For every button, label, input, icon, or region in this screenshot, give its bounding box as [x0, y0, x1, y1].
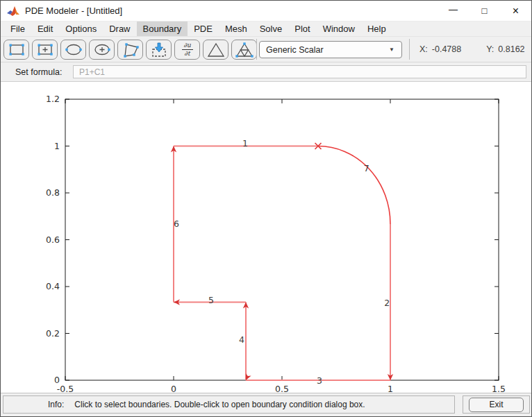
close-button[interactable]: ×	[500, 1, 531, 21]
dropdown-caret-icon: ▼	[389, 46, 394, 53]
edge-label-3: 3	[317, 375, 322, 386]
menu-item-help[interactable]: Help	[361, 22, 392, 36]
mesh-triangle-icon	[206, 41, 226, 59]
axes-box	[65, 99, 499, 380]
initialize-mesh-button[interactable]	[203, 40, 228, 60]
pde-numerator: ∂u	[183, 42, 190, 49]
y-tick-label: 0.6	[46, 235, 60, 245]
menu-item-window[interactable]: Window	[317, 22, 361, 36]
edge-label-4: 4	[239, 334, 244, 345]
y-tick-label: 0.2	[46, 328, 60, 339]
rectangle-center-icon	[35, 41, 56, 59]
window-title: PDE Modeler - [Untitled]	[25, 6, 122, 16]
draw-ellipse-corner-button[interactable]	[60, 40, 86, 60]
x-tick-label: 1.5	[492, 384, 506, 393]
x-tick-label: 0	[171, 384, 176, 393]
menubar: FileEditOptionsDrawBoundaryPDEMeshSolveP…	[1, 22, 531, 37]
draw-rectangle-center-button[interactable]	[32, 40, 58, 60]
cursor-position-readout: X: -0.4788 Y: 0.8162	[410, 37, 530, 62]
application-mode-select[interactable]: Generic Scalar ▼	[259, 41, 402, 58]
cursor-x-value: -0.4788	[432, 44, 461, 54]
info-label: Info:	[48, 400, 64, 409]
edge-label-2: 2	[384, 298, 390, 308]
edge-label-7: 7	[364, 163, 369, 173]
pde-mode-button[interactable]: ∂u ∂t	[174, 40, 200, 60]
menu-item-boundary[interactable]: Boundary	[137, 22, 188, 36]
y-tick-label: 1	[54, 141, 60, 151]
boundary-plot[interactable]: -0.500.511.500.20.40.60.811.21723456	[1, 82, 531, 393]
caption-buttons: — □ ×	[438, 1, 531, 21]
draw-rectangle-corner-button[interactable]	[3, 40, 29, 60]
x-tick-label: 0.5	[275, 384, 289, 393]
maximize-button[interactable]: □	[469, 1, 500, 21]
edge-label-5: 5	[208, 295, 214, 305]
statusbar: Info: Click to select boundaries. Double…	[1, 393, 531, 416]
toolbar-separator	[256, 39, 257, 60]
matlab-logo-icon	[6, 6, 20, 17]
polygon-icon	[120, 41, 141, 59]
exit-group: Exit	[463, 395, 530, 414]
cursor-y-label: Y:	[486, 44, 494, 54]
close-icon: ×	[513, 5, 519, 17]
set-formula-label: Set formula:	[15, 67, 62, 77]
y-tick-label: 0.4	[46, 281, 60, 291]
boundary-mode-button[interactable]	[146, 40, 172, 60]
refine-mesh-icon	[234, 41, 255, 59]
draw-ellipse-center-button[interactable]	[89, 40, 115, 60]
pde-modeler-window: PDE Modeler - [Untitled] — □ × FileEditO…	[0, 0, 532, 417]
ellipse-center-icon	[92, 41, 113, 59]
minimize-icon: —	[449, 4, 458, 15]
menu-item-plot[interactable]: Plot	[288, 22, 316, 36]
boundary-mode-icon	[149, 41, 169, 59]
refine-mesh-button[interactable]	[231, 40, 257, 60]
ellipse-icon	[63, 41, 84, 59]
rectangle-icon	[6, 41, 27, 59]
menu-item-edit[interactable]: Edit	[31, 22, 59, 36]
exit-button[interactable]: Exit	[469, 398, 524, 412]
y-tick-label: 1.2	[46, 94, 60, 104]
menu-item-pde[interactable]: PDE	[188, 22, 219, 36]
edge-label-6: 6	[174, 219, 179, 229]
x-tick-label: 1	[388, 384, 393, 393]
pde-denominator: ∂t	[184, 51, 190, 57]
draw-polygon-button[interactable]	[117, 40, 143, 60]
set-formula-row: Set formula:	[1, 62, 531, 82]
y-tick-label: 0.8	[46, 187, 60, 198]
boundary-edge-7[interactable]	[318, 146, 390, 224]
application-mode-value: Generic Scalar	[266, 45, 324, 55]
menu-item-mesh[interactable]: Mesh	[219, 22, 253, 36]
minimize-button[interactable]: —	[438, 1, 469, 21]
cursor-x-label: X:	[419, 44, 428, 54]
plot-panel: -0.500.511.500.20.40.60.811.21723456	[1, 82, 531, 393]
maximize-icon: □	[482, 6, 488, 16]
toolbar: ∂u ∂t Generic Scalar ▼	[1, 37, 531, 62]
pde-fraction-icon: ∂u ∂t	[182, 42, 193, 57]
menu-item-file[interactable]: File	[4, 22, 31, 36]
set-formula-input[interactable]	[73, 65, 526, 78]
cursor-y-value: 0.8162	[498, 44, 524, 54]
edge-label-1: 1	[242, 138, 248, 148]
menu-item-solve[interactable]: Solve	[253, 22, 289, 36]
info-group: Info: Click to select boundaries. Double…	[3, 395, 455, 414]
titlebar: PDE Modeler - [Untitled] — □ ×	[1, 1, 531, 22]
menu-item-options[interactable]: Options	[59, 22, 103, 36]
y-tick-label: 0	[54, 375, 60, 385]
menu-item-draw[interactable]: Draw	[103, 22, 136, 36]
info-message: Click to select boundaries. Double-click…	[74, 400, 365, 409]
